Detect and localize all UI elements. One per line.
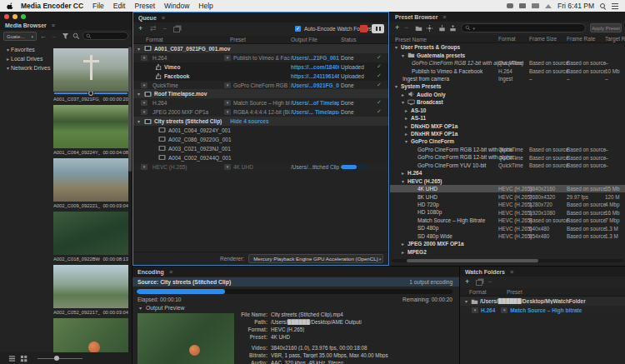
- preset-row[interactable]: 4K UHD HEVC (H.265) 3840x2160 Based on s…: [390, 185, 625, 192]
- tab-watch-folders[interactable]: Watch Folders: [465, 269, 505, 275]
- duplicate-watch-folder-button[interactable]: [476, 280, 482, 286]
- preset-row[interactable]: 8K UHD HEVC (H.265) 7680x4320 29.97 fps …: [390, 192, 625, 200]
- menu-edit[interactable]: Edit: [113, 2, 126, 10]
- queue-row[interactable]: ▾ ▾ Roof Timelapse.mov ▾ ✓: [133, 89, 388, 98]
- hide-sources-link[interactable]: Hide 4 sources: [230, 118, 268, 124]
- queue-row[interactable]: ▾ Vimeo ▾ https://...com/184066142 Uploa…: [133, 62, 388, 72]
- preset-row[interactable]: ▾ System Presets: [390, 82, 625, 90]
- preset-row[interactable]: ▸ H.264: [390, 169, 625, 177]
- add-output-button[interactable]: ⇄: [150, 25, 157, 32]
- auto-encode-checkbox[interactable]: ✓: [295, 26, 301, 32]
- format-dropdown[interactable]: ▾: [141, 164, 148, 170]
- format-dropdown[interactable]: ▾: [141, 82, 148, 88]
- output-file-link[interactable]: /Users/... Timelapse_1.mxf: [291, 109, 339, 115]
- sidebar-tree-item[interactable]: ▾ Network Drives: [0, 63, 52, 72]
- preset-row[interactable]: ▸ DNxHR MXF OP1a: [390, 130, 625, 137]
- watch-folder-preset-row[interactable]: ▾ H.264 ▾ Match Source – High bitrate: [460, 306, 625, 315]
- chevron-icon[interactable]: ▾: [400, 99, 406, 105]
- chevron-icon[interactable]: ▸: [403, 123, 409, 129]
- preset-row[interactable]: ▾ Broadcast: [390, 98, 625, 106]
- clip-thumbnail[interactable]: [53, 158, 128, 202]
- preset-row[interactable]: GoPro CineForm YUV 10-bit QuickTime Base…: [390, 162, 625, 169]
- format-dropdown[interactable]: ▾: [472, 307, 478, 313]
- zoom-window-button[interactable]: [21, 14, 26, 19]
- queue-row[interactable]: ▾ HEVC (H.265) ▾ 4K UHD /Users/...titche…: [133, 162, 388, 172]
- menu-clock[interactable]: Fri 6:41 PM: [558, 2, 594, 10]
- preset-dropdown[interactable]: ▾: [224, 100, 231, 106]
- chevron-icon[interactable]: ▸: [403, 131, 409, 137]
- preset-row[interactable]: ▾ GoPro CineForm: [390, 137, 625, 145]
- preset-row[interactable]: Publish to Vimeo & Facebook H.264 Based …: [390, 67, 625, 74]
- sidebar-tree-item[interactable]: ▸ Local Drives: [0, 54, 52, 63]
- chevron-icon[interactable]: ▸: [403, 107, 409, 113]
- pause-queue-button[interactable]: [372, 24, 384, 33]
- list-view-button[interactable]: [8, 355, 16, 362]
- add-source-button[interactable]: +: [138, 25, 142, 32]
- location-dropdown[interactable]: Guate... ▾: [3, 32, 37, 41]
- tab-media-browser[interactable]: Media Browser: [5, 22, 47, 28]
- preset-horizontal-scrollbar[interactable]: [392, 259, 623, 262]
- media-search-input[interactable]: [82, 32, 128, 40]
- chevron-icon[interactable]: ▾: [393, 83, 399, 89]
- back-button[interactable]: ←: [40, 32, 47, 40]
- chevron-icon[interactable]: ▸: [400, 241, 406, 247]
- output-file-link[interactable]: /Users/...of Timelapse.mp4: [291, 100, 339, 106]
- format-dropdown[interactable]: ▾: [141, 100, 148, 106]
- chevron-icon[interactable]: ▾: [136, 91, 142, 97]
- preset-row[interactable]: ▸ AS-11: [390, 114, 625, 122]
- media-clip[interactable]: A001_C064_09224Y_... 00:00:04:08: [53, 105, 128, 156]
- chevron-icon[interactable]: ▾: [393, 44, 399, 50]
- queue-row[interactable]: ▾ A004_C002_09244Q_001 ▾ ✓: [133, 153, 388, 162]
- remove-button[interactable]: −: [162, 25, 167, 32]
- column-format[interactable]: Format: [146, 37, 163, 42]
- chevron-icon[interactable]: ▸: [400, 92, 406, 97]
- notification-center-icon[interactable]: [612, 3, 618, 9]
- panel-menu-icon[interactable]: ≡: [169, 269, 172, 275]
- apple-menu-icon[interactable]: [7, 2, 14, 10]
- preset-row[interactable]: HD 1080p HEVC (H.265) 1920x1080 Based on…: [390, 208, 625, 216]
- queue-row[interactable]: ▾ JPEG 2000 MXF OP1a ▾ RGBA 4:4:4:4 12-b…: [133, 107, 388, 117]
- column-frame-rate[interactable]: Frame Rate: [567, 36, 595, 42]
- delete-preset-button[interactable]: −: [404, 24, 408, 32]
- spotlight-search-icon[interactable]: [600, 3, 606, 9]
- slider-knob-icon[interactable]: [54, 356, 59, 361]
- add-watch-folder-button[interactable]: +: [465, 278, 469, 286]
- preset-row[interactable]: ▸ Audio Only: [390, 91, 625, 98]
- menu-window[interactable]: Window: [164, 2, 189, 10]
- clip-thumbnail[interactable]: [53, 48, 128, 92]
- column-status[interactable]: Status: [341, 37, 356, 42]
- stop-queue-button[interactable]: [360, 25, 368, 32]
- panel-menu-icon[interactable]: ≡: [162, 15, 165, 21]
- filter-icon[interactable]: [62, 32, 69, 40]
- new-preset-group-icon[interactable]: [415, 25, 422, 32]
- preset-row[interactable]: ▾ Guatemala presets: [390, 51, 625, 58]
- column-output-file[interactable]: Output File: [291, 37, 318, 42]
- menu-help[interactable]: Help: [198, 2, 212, 10]
- queue-row[interactable]: ▾ ▾ A001_C037_0921FG_001.mov ▾ ✓: [133, 44, 388, 53]
- renderer-dropdown[interactable]: Mercury Playback Engine GPU Acceleration…: [248, 254, 383, 263]
- preset-settings-icon[interactable]: [426, 25, 433, 32]
- queue-row[interactable]: ▾ H.264 ▾ Publish to Vimeo & Face... /Us…: [133, 53, 388, 62]
- column-preset[interactable]: Preset: [230, 37, 246, 42]
- preset-row[interactable]: GoPro CineForm RGB 12-bit with alpha (Al…: [390, 59, 625, 67]
- display-status-icon[interactable]: [532, 3, 539, 8]
- preset-row[interactable]: ▸ AS-10: [390, 107, 625, 114]
- status-icon[interactable]: [507, 3, 513, 8]
- preset-dropdown[interactable]: ▾: [224, 55, 231, 61]
- sidebar-tree-item[interactable]: ▾ Favorites: [0, 45, 52, 54]
- queue-row[interactable]: ▾ QuickTime ▾ GoPro CineForm RGB 12... /…: [133, 81, 388, 90]
- minimize-window-button[interactable]: [12, 14, 18, 19]
- app-menu[interactable]: Media Encoder CC: [21, 2, 83, 10]
- output-file-link[interactable]: /Users/...0921FG_001.mov: [291, 82, 339, 88]
- forward-button[interactable]: →: [50, 32, 57, 40]
- queue-row[interactable]: ▾ ▾ City streets (Stitched Clip) Hide 4 …: [133, 117, 388, 126]
- queue-row[interactable]: ▾ A003_C021_0923NJ_001 ▾ ✓: [133, 144, 388, 153]
- remove-watch-folder-button[interactable]: −: [488, 278, 492, 286]
- preset-row[interactable]: ▸ MPEG2: [390, 247, 625, 254]
- chevron-icon[interactable]: ▸: [400, 170, 406, 176]
- media-clip[interactable]: A002_C052_092217_... 00:00:03:04: [53, 265, 128, 316]
- preset-row[interactable]: Match Source – High Bitrate HEVC (H.265)…: [390, 217, 625, 224]
- output-file-link[interactable]: /Users/...21FG_001_1.mp4: [291, 55, 339, 61]
- column-format[interactable]: Format: [469, 289, 487, 295]
- duplicate-button[interactable]: [173, 27, 180, 32]
